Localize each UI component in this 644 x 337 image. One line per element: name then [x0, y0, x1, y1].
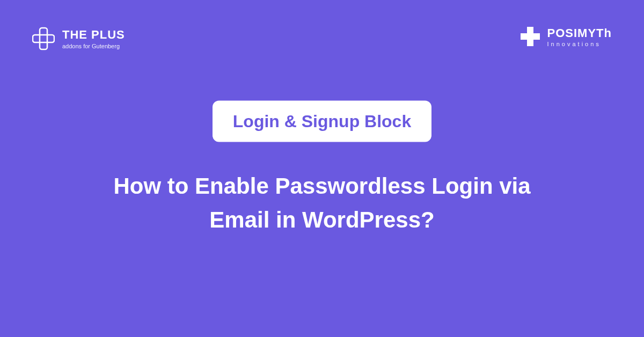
plus-logo-icon: [32, 26, 55, 52]
brand-right-subtitle: Innovations: [547, 41, 612, 47]
brand-left-subtitle: addons for Gutenberg: [62, 43, 125, 49]
brand-right-title: POSIMYTh: [547, 26, 612, 40]
brand-right-text: POSIMYTh Innovations: [547, 26, 612, 47]
page-title: How to Enable Passwordless Login via Ema…: [80, 169, 564, 237]
brand-right: POSIMYTh Innovations: [519, 26, 612, 47]
posimyth-logo-icon: [519, 26, 541, 47]
brand-left: THE PLUS addons for Gutenberg: [32, 26, 125, 52]
svg-rect-1: [33, 35, 54, 42]
brand-left-title: THE PLUS: [62, 28, 125, 42]
brand-left-text: THE PLUS addons for Gutenberg: [62, 28, 125, 49]
category-badge: Login & Signup Block: [213, 101, 431, 142]
category-badge-text: Login & Signup Block: [233, 112, 411, 131]
header: THE PLUS addons for Gutenberg POSIMYTh I…: [0, 0, 644, 52]
svg-rect-0: [40, 28, 47, 49]
svg-rect-3: [521, 33, 540, 40]
content: Login & Signup Block How to Enable Passw…: [0, 101, 644, 237]
